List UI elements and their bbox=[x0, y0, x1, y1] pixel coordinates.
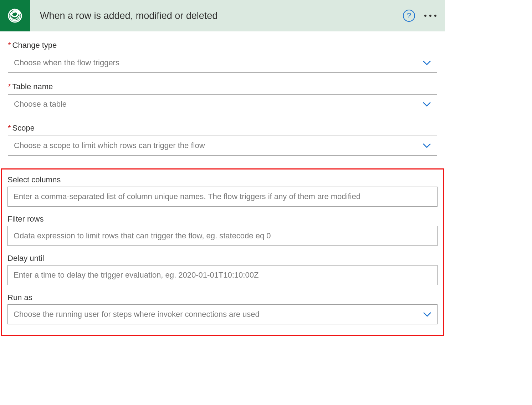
run-as-dropdown[interactable]: Choose the running user for steps where … bbox=[7, 304, 438, 324]
advanced-options-highlight: Select columns Filter rows Delay until R… bbox=[1, 168, 444, 336]
dataverse-logo bbox=[0, 0, 30, 31]
table-name-placeholder: Choose a table bbox=[14, 100, 423, 109]
trigger-title: When a row is added, modified or deleted bbox=[40, 10, 403, 21]
more-menu-button[interactable] bbox=[423, 12, 438, 19]
trigger-form: *Change type Choose when the flow trigge… bbox=[0, 31, 445, 168]
help-icon[interactable]: ? bbox=[403, 10, 415, 22]
run-as-label: Run as bbox=[7, 293, 438, 302]
filter-rows-input[interactable] bbox=[7, 226, 438, 246]
select-columns-label: Select columns bbox=[7, 175, 438, 184]
chevron-down-icon bbox=[423, 102, 431, 107]
trigger-header: When a row is added, modified or deleted… bbox=[0, 0, 445, 31]
required-indicator: * bbox=[8, 123, 11, 132]
scope-placeholder: Choose a scope to limit which rows can t… bbox=[14, 141, 423, 150]
change-type-dropdown[interactable]: Choose when the flow triggers bbox=[8, 53, 437, 73]
select-columns-field: Select columns bbox=[7, 175, 438, 207]
table-name-dropdown[interactable]: Choose a table bbox=[8, 94, 437, 114]
delay-until-field: Delay until bbox=[7, 254, 438, 285]
dataverse-swirl-icon bbox=[6, 7, 24, 24]
scope-label: *Scope bbox=[8, 123, 437, 133]
select-columns-input[interactable] bbox=[7, 187, 438, 207]
change-type-field: *Change type Choose when the flow trigge… bbox=[8, 41, 437, 73]
delay-until-label: Delay until bbox=[7, 254, 438, 263]
chevron-down-icon bbox=[423, 60, 431, 65]
delay-until-input[interactable] bbox=[7, 265, 438, 285]
required-indicator: * bbox=[8, 41, 11, 50]
change-type-placeholder: Choose when the flow triggers bbox=[14, 58, 423, 67]
change-type-label: *Change type bbox=[8, 41, 437, 50]
run-as-placeholder: Choose the running user for steps where … bbox=[14, 310, 423, 319]
run-as-field: Run as Choose the running user for steps… bbox=[7, 293, 438, 324]
filter-rows-field: Filter rows bbox=[7, 214, 438, 246]
chevron-down-icon bbox=[423, 312, 431, 317]
scope-field: *Scope Choose a scope to limit which row… bbox=[8, 123, 437, 156]
chevron-down-icon bbox=[423, 143, 431, 148]
table-name-field: *Table name Choose a table bbox=[8, 82, 437, 114]
required-indicator: * bbox=[8, 82, 11, 91]
table-name-label: *Table name bbox=[8, 82, 437, 91]
filter-rows-label: Filter rows bbox=[7, 214, 438, 224]
scope-dropdown[interactable]: Choose a scope to limit which rows can t… bbox=[8, 136, 437, 156]
